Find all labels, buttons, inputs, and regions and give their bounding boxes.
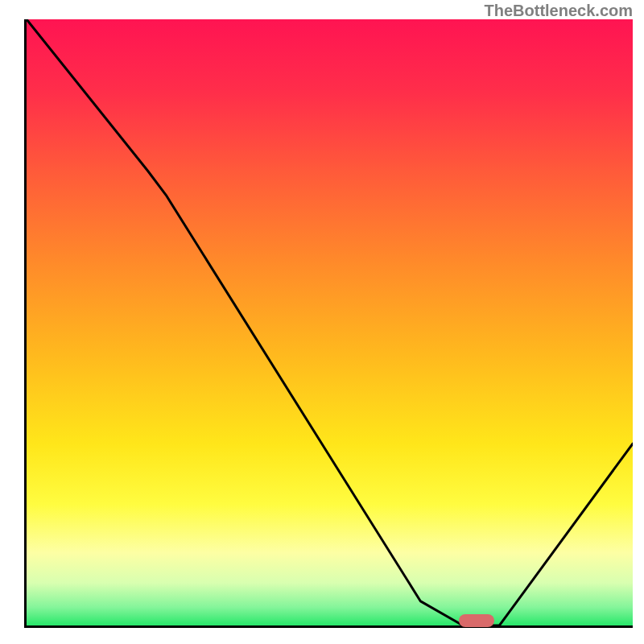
- plot-area: [24, 19, 633, 628]
- optimal-marker: [459, 614, 494, 627]
- bottleneck-curve: [27, 19, 633, 625]
- watermark-text: TheBottleneck.com: [485, 2, 633, 20]
